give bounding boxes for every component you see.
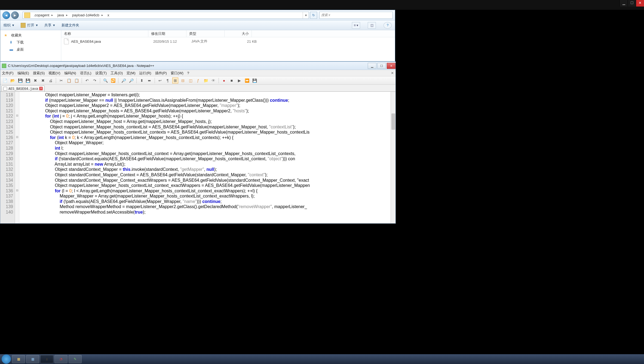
npp-minimize-button[interactable]: ▁ (368, 63, 376, 69)
print-icon[interactable]: 🖨 (48, 78, 54, 84)
open-icon (21, 23, 26, 28)
taskbar-app-1[interactable]: ▦ (12, 355, 25, 363)
col-date[interactable]: 修改日期 (148, 30, 186, 37)
npp-close-button[interactable]: ✕ (387, 63, 395, 69)
zoom-in-icon[interactable]: 🔎 (121, 78, 127, 84)
menu-language[interactable]: 语言(L) (80, 71, 91, 76)
breadcrumb-java[interactable]: java (55, 12, 70, 18)
folder-icon[interactable]: 📁 (203, 78, 209, 84)
refresh-button[interactable]: ↻ (310, 12, 317, 19)
menu-window[interactable]: 窗口(W) (171, 71, 183, 76)
sync-h-icon[interactable]: ⬌ (146, 78, 152, 84)
preview-pane-button[interactable]: ◫ (368, 22, 376, 29)
bg-close-button[interactable]: ✕ (636, 0, 644, 7)
breadcrumb-payload[interactable]: payload-1d4e6cb (70, 12, 105, 18)
undo-icon[interactable]: ↶ (84, 78, 90, 84)
taskbar-app-2[interactable]: ▦ (26, 355, 39, 363)
open-file-icon[interactable]: 📂 (10, 78, 16, 84)
menu-macro[interactable]: 宏(M) (127, 71, 136, 76)
vertical-scrollbar[interactable] (391, 92, 395, 223)
menu-encoding[interactable]: 编码(N) (64, 71, 76, 76)
menu-view[interactable]: 视图(V) (48, 71, 60, 76)
find-icon[interactable]: 🔍 (102, 78, 108, 84)
npp-app-icon (2, 64, 6, 68)
menu-file[interactable]: 文件(F) (2, 71, 14, 76)
col-size[interactable]: 大小 (225, 30, 252, 37)
taskbar-app-3[interactable]: ▮ (40, 355, 53, 363)
new-file-icon[interactable]: 📄 (2, 78, 8, 84)
npp-menubar: 文件(F) 编辑(E) 搜索(S) 视图(V) 编码(N) 语言(L) 设置(T… (0, 70, 395, 76)
npp-titlebar[interactable]: C:\Users\syst1m\Desktop\.copagent\java\p… (0, 62, 395, 70)
address-bar[interactable]: .copagent java payload-1d4e6cb x ▾ (23, 12, 309, 19)
save-macro-icon[interactable]: 💾 (252, 78, 257, 84)
tab-close-icon[interactable]: × (39, 87, 43, 90)
close-file-icon[interactable]: ✖ (32, 78, 38, 84)
col-type[interactable]: 类型 (186, 30, 225, 37)
folder-icon (24, 13, 30, 18)
file-size: 21 KB (229, 39, 257, 44)
code-area[interactable]: Object mapperListener_Mapper = listeners… (19, 92, 395, 223)
monitor-icon[interactable]: 👁 (210, 78, 216, 84)
file-date: 2020/9/15 1:12 (153, 39, 191, 44)
help-button[interactable]: ? (384, 22, 392, 29)
indent-guide-icon[interactable]: ⊞ (172, 78, 178, 84)
open-button[interactable]: 打开 ▾ (21, 23, 38, 28)
tab-state-icon (3, 87, 7, 91)
breadcrumb-copagent[interactable]: .copagent (32, 12, 55, 18)
taskbar-app-4[interactable]: ◔ (54, 355, 68, 363)
sidebar-favorites[interactable]: ★收藏夹 (0, 32, 61, 39)
tab-aes-base64[interactable]: AES_BASE64.java × (1, 85, 45, 91)
sidebar-desktop[interactable]: ▬桌面 (0, 46, 61, 53)
col-name[interactable]: 名称 (61, 30, 148, 37)
start-button[interactable] (2, 354, 11, 364)
paste-icon[interactable]: 📋 (73, 78, 79, 84)
menu-settings[interactable]: 设置(T) (95, 71, 107, 76)
func-list-icon[interactable]: ƒ (195, 78, 201, 84)
npp-tabbar: AES_BASE64.java × (0, 85, 395, 92)
play-icon[interactable]: ▶ (236, 78, 242, 84)
sidebar-downloads[interactable]: ⬇下载 (0, 39, 61, 46)
breadcrumb-x[interactable]: x (105, 12, 114, 18)
user-lang-icon[interactable]: ⊟ (180, 78, 186, 84)
copy-icon[interactable]: 📋 (66, 78, 72, 84)
nav-back-button[interactable]: ◄ (2, 11, 10, 19)
show-all-icon[interactable]: ¶ (165, 78, 171, 84)
play-multi-icon[interactable]: ⏩ (244, 78, 250, 84)
menu-plugins[interactable]: 插件(P) (155, 71, 167, 76)
replace-icon[interactable]: 🔁 (110, 78, 116, 84)
share-button[interactable]: 共享 ▾ (44, 23, 55, 28)
taskbar-app-5[interactable]: ✎ (69, 355, 82, 363)
menu-edit[interactable]: 编辑(E) (17, 71, 29, 76)
menu-run[interactable]: 运行(R) (139, 71, 151, 76)
organize-button[interactable]: 组织 ▾ (4, 23, 14, 28)
scrollbar-thumb[interactable] (391, 113, 395, 130)
view-options-button[interactable]: ≡ ▾ (352, 22, 360, 29)
address-dropdown-icon[interactable]: ▾ (303, 12, 309, 18)
zoom-out-icon[interactable]: 🔎 (128, 78, 134, 84)
file-row[interactable]: AES_BASE64.java 2020/9/15 1:12 JAVA 文件 2… (61, 37, 395, 45)
save-icon[interactable]: 💾 (17, 78, 23, 84)
line-number-gutter: 1181191201211221231241251261271281291301… (0, 92, 15, 223)
menu-tools[interactable]: 工具(O) (111, 71, 123, 76)
menu-search[interactable]: 搜索(S) (33, 71, 45, 76)
doc-map-icon[interactable]: ◫ (188, 78, 194, 84)
new-folder-button[interactable]: 新建文件夹 (62, 23, 79, 28)
sync-v-icon[interactable]: ⬍ (139, 78, 145, 84)
save-all-icon[interactable]: 💾 (25, 78, 31, 84)
nav-forward-button[interactable]: ► (11, 11, 19, 19)
search-input[interactable]: 搜索 x (319, 12, 393, 19)
fold-column[interactable]: ⊟⊟⊟ (15, 92, 19, 223)
record-icon[interactable]: ● (221, 78, 227, 84)
code-editor[interactable]: 1181191201211221231241251261271281291301… (0, 92, 395, 223)
stop-icon[interactable]: ■ (229, 78, 235, 84)
npp-maximize-button[interactable]: ☐ (377, 63, 386, 69)
menu-help[interactable]: ? (187, 71, 189, 75)
explorer-navbar: ◄ ► .copagent java payload-1d4e6cb x ▾ ↻… (0, 10, 395, 20)
cut-icon[interactable]: ✂ (58, 78, 64, 84)
bg-maximize-button[interactable]: ☐ (628, 0, 636, 7)
wrap-icon[interactable]: ↩ (157, 78, 163, 84)
redo-icon[interactable]: ↷ (92, 78, 98, 84)
close-all-icon[interactable]: ✖ (40, 78, 46, 84)
bg-minimize-button[interactable]: ▁ (620, 0, 628, 7)
menu-close-x[interactable]: ✕ (391, 71, 394, 75)
